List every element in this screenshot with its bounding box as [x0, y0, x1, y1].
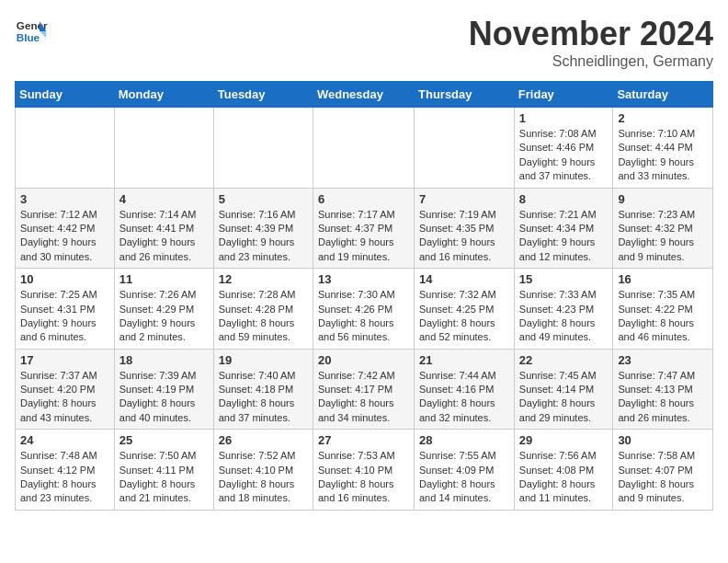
calendar-cell: 1Sunrise: 7:08 AM Sunset: 4:46 PM Daylig…	[514, 108, 613, 189]
day-info: Sunrise: 7:28 AM Sunset: 4:28 PM Dayligh…	[219, 288, 308, 345]
day-number: 8	[519, 192, 609, 206]
day-number: 3	[20, 192, 109, 206]
calendar-cell: 11Sunrise: 7:26 AM Sunset: 4:29 PM Dayli…	[114, 269, 213, 350]
calendar-cell: 8Sunrise: 7:21 AM Sunset: 4:34 PM Daylig…	[514, 188, 613, 269]
day-number: 30	[618, 433, 708, 447]
svg-marker-3	[40, 31, 46, 38]
day-number: 23	[618, 353, 708, 367]
calendar-cell: 29Sunrise: 7:56 AM Sunset: 4:08 PM Dayli…	[514, 430, 613, 511]
weekday-header-sunday: Sunday	[16, 82, 115, 108]
calendar: SundayMondayTuesdayWednesdayThursdayFrid…	[15, 81, 713, 511]
calendar-week-1: 1Sunrise: 7:08 AM Sunset: 4:46 PM Daylig…	[16, 108, 713, 189]
calendar-week-3: 10Sunrise: 7:25 AM Sunset: 4:31 PM Dayli…	[16, 269, 713, 350]
calendar-week-2: 3Sunrise: 7:12 AM Sunset: 4:42 PM Daylig…	[16, 188, 713, 269]
title-area: November 2024 Schneidlingen, Germany	[469, 15, 713, 70]
day-number: 6	[318, 192, 409, 206]
calendar-cell: 24Sunrise: 7:48 AM Sunset: 4:12 PM Dayli…	[16, 430, 115, 511]
calendar-cell: 17Sunrise: 7:37 AM Sunset: 4:20 PM Dayli…	[16, 349, 115, 430]
day-info: Sunrise: 7:12 AM Sunset: 4:42 PM Dayligh…	[20, 208, 109, 265]
weekday-header-wednesday: Wednesday	[313, 82, 414, 108]
day-number: 28	[419, 433, 509, 447]
calendar-cell: 13Sunrise: 7:30 AM Sunset: 4:26 PM Dayli…	[313, 269, 414, 350]
header: General Blue November 2024 Schneidlingen…	[15, 15, 713, 70]
day-number: 21	[419, 353, 509, 367]
calendar-header-row: SundayMondayTuesdayWednesdayThursdayFrid…	[16, 82, 713, 108]
calendar-cell	[313, 108, 414, 189]
calendar-cell: 3Sunrise: 7:12 AM Sunset: 4:42 PM Daylig…	[16, 188, 115, 269]
day-info: Sunrise: 7:21 AM Sunset: 4:34 PM Dayligh…	[519, 208, 609, 265]
day-info: Sunrise: 7:47 AM Sunset: 4:13 PM Dayligh…	[618, 369, 708, 426]
day-info: Sunrise: 7:58 AM Sunset: 4:07 PM Dayligh…	[618, 449, 708, 506]
calendar-cell: 28Sunrise: 7:55 AM Sunset: 4:09 PM Dayli…	[415, 430, 515, 511]
month-title: November 2024	[469, 15, 713, 53]
day-info: Sunrise: 7:16 AM Sunset: 4:39 PM Dayligh…	[219, 208, 308, 265]
calendar-cell	[114, 108, 213, 189]
weekday-header-tuesday: Tuesday	[213, 82, 313, 108]
calendar-cell: 6Sunrise: 7:17 AM Sunset: 4:37 PM Daylig…	[313, 188, 414, 269]
calendar-cell: 30Sunrise: 7:58 AM Sunset: 4:07 PM Dayli…	[613, 430, 713, 511]
calendar-cell: 4Sunrise: 7:14 AM Sunset: 4:41 PM Daylig…	[114, 188, 213, 269]
day-number: 11	[119, 272, 209, 286]
calendar-week-5: 24Sunrise: 7:48 AM Sunset: 4:12 PM Dayli…	[16, 430, 713, 511]
day-info: Sunrise: 7:35 AM Sunset: 4:22 PM Dayligh…	[618, 288, 708, 345]
day-number: 29	[519, 433, 609, 447]
day-info: Sunrise: 7:32 AM Sunset: 4:25 PM Dayligh…	[419, 288, 509, 345]
day-info: Sunrise: 7:53 AM Sunset: 4:10 PM Dayligh…	[318, 449, 409, 506]
day-number: 13	[318, 272, 409, 286]
day-number: 4	[119, 192, 209, 206]
day-info: Sunrise: 7:48 AM Sunset: 4:12 PM Dayligh…	[20, 449, 109, 506]
day-info: Sunrise: 7:08 AM Sunset: 4:46 PM Dayligh…	[519, 127, 609, 184]
day-info: Sunrise: 7:56 AM Sunset: 4:08 PM Dayligh…	[519, 449, 609, 506]
day-info: Sunrise: 7:39 AM Sunset: 4:19 PM Dayligh…	[119, 369, 209, 426]
weekday-header-thursday: Thursday	[415, 82, 515, 108]
day-number: 14	[419, 272, 509, 286]
svg-text:Blue: Blue	[17, 31, 40, 43]
day-info: Sunrise: 7:50 AM Sunset: 4:11 PM Dayligh…	[119, 449, 209, 506]
calendar-cell: 7Sunrise: 7:19 AM Sunset: 4:35 PM Daylig…	[415, 188, 515, 269]
day-number: 17	[20, 353, 109, 367]
day-info: Sunrise: 7:17 AM Sunset: 4:37 PM Dayligh…	[318, 208, 409, 265]
day-number: 27	[318, 433, 409, 447]
day-info: Sunrise: 7:23 AM Sunset: 4:32 PM Dayligh…	[618, 208, 708, 265]
calendar-cell: 20Sunrise: 7:42 AM Sunset: 4:17 PM Dayli…	[313, 349, 414, 430]
calendar-cell: 16Sunrise: 7:35 AM Sunset: 4:22 PM Dayli…	[613, 269, 713, 350]
day-info: Sunrise: 7:25 AM Sunset: 4:31 PM Dayligh…	[20, 288, 109, 345]
day-info: Sunrise: 7:44 AM Sunset: 4:16 PM Dayligh…	[419, 369, 509, 426]
day-info: Sunrise: 7:26 AM Sunset: 4:29 PM Dayligh…	[119, 288, 209, 345]
logo: General Blue	[15, 15, 48, 48]
day-number: 12	[219, 272, 308, 286]
day-number: 2	[618, 111, 708, 125]
calendar-cell: 10Sunrise: 7:25 AM Sunset: 4:31 PM Dayli…	[16, 269, 115, 350]
day-info: Sunrise: 7:52 AM Sunset: 4:10 PM Dayligh…	[219, 449, 308, 506]
day-number: 9	[618, 192, 708, 206]
day-info: Sunrise: 7:10 AM Sunset: 4:44 PM Dayligh…	[618, 127, 708, 184]
day-info: Sunrise: 7:55 AM Sunset: 4:09 PM Dayligh…	[419, 449, 509, 506]
day-info: Sunrise: 7:37 AM Sunset: 4:20 PM Dayligh…	[20, 369, 109, 426]
location-title: Schneidlingen, Germany	[469, 53, 713, 70]
calendar-cell: 26Sunrise: 7:52 AM Sunset: 4:10 PM Dayli…	[213, 430, 313, 511]
day-number: 16	[618, 272, 708, 286]
day-number: 18	[119, 353, 209, 367]
calendar-cell: 14Sunrise: 7:32 AM Sunset: 4:25 PM Dayli…	[415, 269, 515, 350]
calendar-cell: 12Sunrise: 7:28 AM Sunset: 4:28 PM Dayli…	[213, 269, 313, 350]
weekday-header-saturday: Saturday	[613, 82, 713, 108]
calendar-cell: 15Sunrise: 7:33 AM Sunset: 4:23 PM Dayli…	[514, 269, 613, 350]
calendar-cell	[16, 108, 115, 189]
day-number: 5	[219, 192, 308, 206]
calendar-week-4: 17Sunrise: 7:37 AM Sunset: 4:20 PM Dayli…	[16, 349, 713, 430]
day-number: 24	[20, 433, 109, 447]
calendar-cell: 18Sunrise: 7:39 AM Sunset: 4:19 PM Dayli…	[114, 349, 213, 430]
day-number: 10	[20, 272, 109, 286]
calendar-cell: 9Sunrise: 7:23 AM Sunset: 4:32 PM Daylig…	[613, 188, 713, 269]
weekday-header-friday: Friday	[514, 82, 613, 108]
calendar-cell: 21Sunrise: 7:44 AM Sunset: 4:16 PM Dayli…	[415, 349, 515, 430]
logo-icon: General Blue	[15, 15, 48, 48]
day-number: 25	[119, 433, 209, 447]
calendar-cell: 27Sunrise: 7:53 AM Sunset: 4:10 PM Dayli…	[313, 430, 414, 511]
calendar-cell: 2Sunrise: 7:10 AM Sunset: 4:44 PM Daylig…	[613, 108, 713, 189]
day-number: 1	[519, 111, 609, 125]
day-number: 26	[219, 433, 308, 447]
calendar-cell: 19Sunrise: 7:40 AM Sunset: 4:18 PM Dayli…	[213, 349, 313, 430]
day-info: Sunrise: 7:45 AM Sunset: 4:14 PM Dayligh…	[519, 369, 609, 426]
day-info: Sunrise: 7:40 AM Sunset: 4:18 PM Dayligh…	[219, 369, 308, 426]
